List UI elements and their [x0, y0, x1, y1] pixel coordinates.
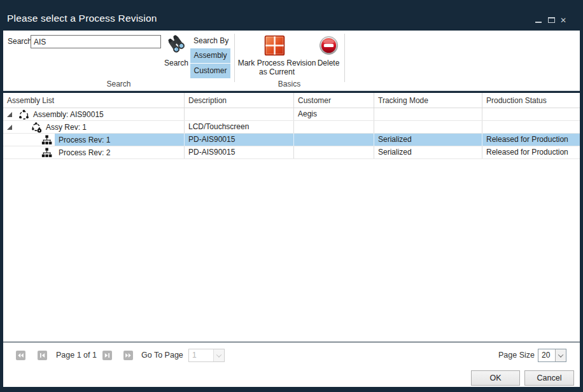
- search-group-label: Search: [3, 80, 234, 88]
- column-header-tracking-mode[interactable]: Tracking Mode: [374, 93, 482, 108]
- search-button[interactable]: Search: [162, 34, 191, 67]
- search-by-assembly-button[interactable]: Assembly: [190, 48, 230, 63]
- go-to-page-dropdown-button[interactable]: [213, 349, 224, 361]
- column-header-description[interactable]: Description: [185, 93, 294, 108]
- maximize-button[interactable]: [546, 15, 556, 25]
- table-row-process-rev-2[interactable]: Process Rev: 2 PD-AIS90015 Serialized Re…: [3, 146, 580, 159]
- page-size-combo[interactable]: 20: [538, 349, 566, 362]
- close-button[interactable]: ✕: [559, 15, 569, 25]
- ok-button[interactable]: OK: [471, 370, 520, 386]
- title-bar: Please select a Process Revision ✕: [0, 0, 583, 31]
- last-page-icon: [123, 351, 133, 360]
- tree-node-label: Assembly: AIS90015: [33, 108, 104, 120]
- assembly-icon: [18, 109, 29, 120]
- go-to-page-value: 1: [189, 349, 213, 361]
- chevron-down-icon: [216, 352, 221, 357]
- maximize-icon: [548, 17, 555, 23]
- page-indicator: Page 1 of 1: [56, 351, 97, 360]
- first-page-icon: [16, 351, 25, 360]
- previous-page-button[interactable]: [38, 351, 47, 360]
- search-by-label: Search By: [193, 36, 228, 45]
- page-size-value: 20: [538, 349, 555, 361]
- cancel-button[interactable]: Cancel: [524, 370, 574, 386]
- first-page-button[interactable]: [16, 351, 25, 360]
- search-input[interactable]: [31, 35, 161, 48]
- tree-node-label: Assy Rev: 1: [46, 121, 87, 133]
- customer-cell: [294, 121, 374, 133]
- footer-panel: Page 1 of 1 Go To Page 1 Page Size 20 OK…: [3, 342, 580, 387]
- production-status-cell: Released for Production: [482, 146, 580, 158]
- close-icon: ✕: [560, 16, 566, 25]
- ribbon-separator: [234, 34, 235, 82]
- process-revision-icon: [41, 148, 52, 158]
- go-to-page-label: Go To Page: [141, 351, 183, 360]
- search-field-label: Search: [8, 37, 32, 46]
- grid-header: Assembly List Description Customer Track…: [3, 93, 580, 108]
- process-revision-icon: [41, 135, 52, 146]
- search-by-customer-button[interactable]: Customer: [190, 64, 230, 78]
- ribbon-separator: [344, 34, 345, 82]
- next-page-icon: [102, 351, 112, 360]
- customer-cell: Aegis: [294, 108, 374, 120]
- chevron-down-icon: [558, 352, 563, 357]
- description-cell: [185, 108, 294, 120]
- tracking-mode-cell: Serialized: [374, 146, 482, 158]
- table-row-process-rev-1[interactable]: Process Rev: 1 PD-AIS90015 Serialized Re…: [3, 134, 580, 146]
- last-page-button[interactable]: [123, 351, 133, 360]
- tracking-mode-cell: [374, 108, 482, 120]
- column-header-assembly-list[interactable]: Assembly List: [3, 93, 185, 108]
- table-row-assembly[interactable]: Assembly: AIS90015 Aegis: [3, 108, 580, 121]
- window-title: Please select a Process Revision: [7, 13, 157, 24]
- previous-page-icon: [38, 351, 47, 360]
- customer-cell: [294, 146, 374, 158]
- delete-label: Delete: [313, 59, 344, 67]
- ribbon-toolbar: Search Search Search By Assembly Custome…: [3, 31, 580, 91]
- delete-button[interactable]: Delete: [313, 34, 344, 78]
- mark-current-label: Mark Process Revision as Current: [237, 59, 316, 76]
- tree-node-label: Process Rev: 2: [59, 146, 110, 158]
- tracking-mode-cell: [374, 121, 482, 133]
- assembly-revision-icon: [31, 122, 42, 133]
- expander-icon[interactable]: [7, 112, 12, 117]
- next-page-button[interactable]: [102, 351, 112, 360]
- column-header-customer[interactable]: Customer: [294, 93, 374, 108]
- minimize-icon: [535, 22, 542, 23]
- tracking-mode-cell: Serialized: [374, 134, 482, 146]
- delete-icon: [319, 36, 339, 58]
- production-status-cell: Released for Production: [482, 134, 580, 146]
- description-cell: PD-AIS90015: [185, 146, 294, 158]
- basics-group-label: Basics: [234, 80, 344, 88]
- minimize-button[interactable]: [533, 15, 544, 25]
- table-row-assy-rev[interactable]: Assy Rev: 1 LCD/Touchscreen: [3, 121, 580, 134]
- description-cell: PD-AIS90015: [185, 134, 294, 146]
- mark-current-icon: [264, 35, 285, 59]
- expander-icon[interactable]: [7, 125, 12, 130]
- column-header-production-status[interactable]: Production Status: [482, 93, 580, 108]
- tree-node-label: Process Rev: 1: [59, 134, 110, 146]
- go-to-page-combo[interactable]: 1: [188, 349, 225, 362]
- mark-process-revision-current-button[interactable]: Mark Process Revision as Current: [237, 34, 316, 83]
- production-status-cell: [482, 121, 580, 133]
- page-size-label: Page Size: [498, 351, 535, 360]
- page-size-dropdown-button[interactable]: [555, 349, 566, 361]
- binoculars-icon: [167, 34, 186, 53]
- process-revision-grid: Assembly List Description Customer Track…: [3, 93, 580, 342]
- search-button-label: Search: [162, 59, 191, 67]
- description-cell: LCD/Touchscreen: [185, 121, 294, 133]
- customer-cell: [294, 134, 374, 146]
- production-status-cell: [482, 108, 580, 120]
